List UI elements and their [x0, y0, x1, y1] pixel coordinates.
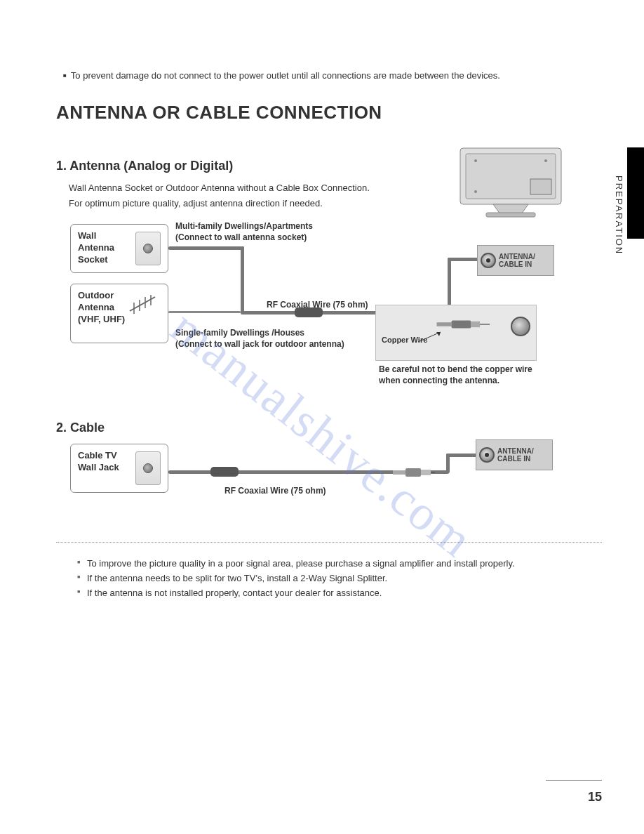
wall-plate-icon	[135, 451, 161, 485]
copper-wire-warning: Be careful not to bend the copper wire w…	[379, 364, 547, 386]
svg-rect-25	[421, 470, 431, 475]
svg-rect-17	[437, 323, 452, 327]
cable-segment	[446, 454, 478, 457]
svg-rect-18	[452, 321, 471, 329]
yagi-antenna-icon	[127, 290, 159, 315]
cable-connection-diagram: Cable TV Wall Jack ANTENNA/ CABLE IN RF …	[56, 444, 602, 521]
cable-segment	[168, 311, 241, 313]
copper-wire-detail-box: Copper Wire	[375, 305, 537, 361]
svg-rect-19	[471, 322, 481, 327]
rf-connector-closeup-icon	[425, 319, 502, 329]
tv-back-illustration	[455, 144, 567, 221]
svg-point-3	[544, 159, 547, 162]
wall-antenna-socket-label: Wall Antenna Socket	[78, 230, 114, 265]
section-side-label: PREPARATION	[614, 176, 624, 255]
port-label: ANTENNA/ CABLE IN	[497, 447, 534, 463]
wall-plate-icon	[135, 232, 161, 265]
coax-jack-icon	[481, 253, 496, 268]
arrow-icon	[418, 331, 446, 345]
section-tab-marker	[627, 147, 644, 239]
note-item: If the antenna needs to be split for two…	[77, 571, 602, 586]
outdoor-antenna-box: Outdoor Antenna (VHF, UHF)	[70, 284, 168, 343]
svg-point-2	[474, 159, 477, 162]
cable-segment	[241, 246, 244, 313]
rf-wire-label-2: RF Coaxial Wire (75 ohm)	[224, 486, 326, 497]
antenna-cable-in-port: ANTENNA/ CABLE IN	[477, 245, 554, 276]
antenna-cable-in-port: ANTENNA/ CABLE IN	[476, 439, 553, 470]
coax-jack-closeup-icon	[511, 317, 530, 336]
port-label: ANTENNA/ CABLE IN	[499, 253, 535, 268]
cable-tv-wall-jack-box: Cable TV Wall Jack	[70, 444, 168, 493]
cable-tv-wall-jack-label: Cable TV Wall Jack	[78, 450, 119, 472]
svg-rect-24	[405, 468, 421, 477]
ferrite-core-icon	[210, 467, 239, 477]
note-item: If the antenna is not installed properly…	[77, 586, 602, 601]
cable-segment	[448, 258, 480, 261]
svg-marker-22	[436, 332, 441, 336]
wall-antenna-socket-box: Wall Antenna Socket	[70, 224, 168, 273]
section2-heading: 2. Cable	[56, 421, 602, 435]
antenna-connection-diagram: Wall Antenna Socket Outdoor Antenna (VHF…	[56, 224, 602, 399]
svg-rect-7	[486, 213, 535, 217]
cable-segment	[168, 246, 244, 250]
coax-jack-icon	[479, 447, 495, 463]
main-title: ANTENNA OR CABLE CONNECTION	[56, 102, 602, 124]
svg-line-21	[418, 332, 441, 342]
svg-rect-6	[530, 179, 551, 194]
multi-family-note: Multi-family Dwellings/Apartments (Conne…	[175, 221, 313, 243]
single-family-note: Single-family Dwellings /Houses (Connect…	[175, 328, 344, 350]
page-number: 15	[588, 790, 602, 805]
outdoor-antenna-label: Outdoor Antenna (VHF, UHF)	[78, 290, 125, 324]
ferrite-core-icon	[295, 307, 323, 317]
top-warning-note: To prevent damage do not connect to the …	[56, 70, 602, 81]
divider	[56, 542, 602, 543]
notes-list: To improve the picture quality in a poor…	[56, 557, 602, 600]
rf-connector-icon	[393, 468, 435, 477]
note-item: To improve the picture quality in a poor…	[77, 557, 602, 571]
svg-point-4	[474, 190, 477, 193]
svg-rect-23	[393, 470, 405, 475]
